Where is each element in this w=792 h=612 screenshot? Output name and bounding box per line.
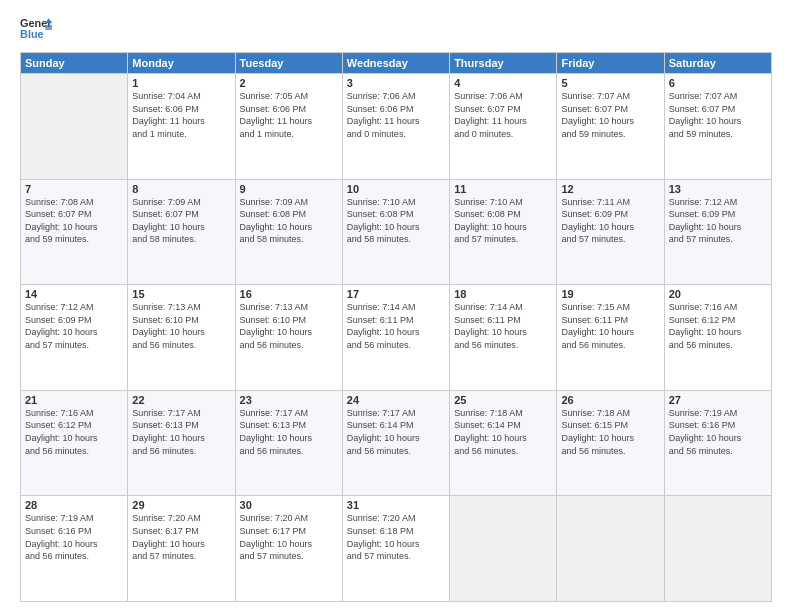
calendar-week-row: 1Sunrise: 7:04 AM Sunset: 6:06 PM Daylig… — [21, 74, 772, 180]
day-number: 7 — [25, 183, 123, 195]
svg-text:Blue: Blue — [20, 28, 44, 40]
day-number: 25 — [454, 394, 552, 406]
calendar-day-cell: 26Sunrise: 7:18 AM Sunset: 6:15 PM Dayli… — [557, 390, 664, 496]
calendar-day-cell: 30Sunrise: 7:20 AM Sunset: 6:17 PM Dayli… — [235, 496, 342, 602]
day-info: Sunrise: 7:13 AM Sunset: 6:10 PM Dayligh… — [132, 301, 230, 351]
calendar-day-cell: 12Sunrise: 7:11 AM Sunset: 6:09 PM Dayli… — [557, 179, 664, 285]
day-number: 30 — [240, 499, 338, 511]
calendar-day-cell: 13Sunrise: 7:12 AM Sunset: 6:09 PM Dayli… — [664, 179, 771, 285]
day-info: Sunrise: 7:20 AM Sunset: 6:18 PM Dayligh… — [347, 512, 445, 562]
day-of-week-header: Friday — [557, 53, 664, 74]
calendar-day-cell: 20Sunrise: 7:16 AM Sunset: 6:12 PM Dayli… — [664, 285, 771, 391]
day-number: 23 — [240, 394, 338, 406]
calendar-table: SundayMondayTuesdayWednesdayThursdayFrid… — [20, 52, 772, 602]
day-number: 1 — [132, 77, 230, 89]
day-of-week-header: Tuesday — [235, 53, 342, 74]
calendar-day-cell: 4Sunrise: 7:06 AM Sunset: 6:07 PM Daylig… — [450, 74, 557, 180]
day-info: Sunrise: 7:08 AM Sunset: 6:07 PM Dayligh… — [25, 196, 123, 246]
calendar-day-cell: 21Sunrise: 7:16 AM Sunset: 6:12 PM Dayli… — [21, 390, 128, 496]
day-info: Sunrise: 7:11 AM Sunset: 6:09 PM Dayligh… — [561, 196, 659, 246]
day-of-week-header: Sunday — [21, 53, 128, 74]
day-number: 13 — [669, 183, 767, 195]
day-info: Sunrise: 7:16 AM Sunset: 6:12 PM Dayligh… — [669, 301, 767, 351]
day-info: Sunrise: 7:12 AM Sunset: 6:09 PM Dayligh… — [25, 301, 123, 351]
calendar-day-cell: 23Sunrise: 7:17 AM Sunset: 6:13 PM Dayli… — [235, 390, 342, 496]
day-number: 4 — [454, 77, 552, 89]
day-number: 27 — [669, 394, 767, 406]
calendar-week-row: 14Sunrise: 7:12 AM Sunset: 6:09 PM Dayli… — [21, 285, 772, 391]
day-number: 26 — [561, 394, 659, 406]
calendar-day-cell: 25Sunrise: 7:18 AM Sunset: 6:14 PM Dayli… — [450, 390, 557, 496]
calendar-day-cell: 19Sunrise: 7:15 AM Sunset: 6:11 PM Dayli… — [557, 285, 664, 391]
day-of-week-header: Thursday — [450, 53, 557, 74]
calendar-day-cell: 7Sunrise: 7:08 AM Sunset: 6:07 PM Daylig… — [21, 179, 128, 285]
day-info: Sunrise: 7:17 AM Sunset: 6:14 PM Dayligh… — [347, 407, 445, 457]
day-of-week-header: Wednesday — [342, 53, 449, 74]
day-info: Sunrise: 7:07 AM Sunset: 6:07 PM Dayligh… — [561, 90, 659, 140]
calendar-day-cell: 22Sunrise: 7:17 AM Sunset: 6:13 PM Dayli… — [128, 390, 235, 496]
calendar-day-cell: 14Sunrise: 7:12 AM Sunset: 6:09 PM Dayli… — [21, 285, 128, 391]
day-info: Sunrise: 7:14 AM Sunset: 6:11 PM Dayligh… — [454, 301, 552, 351]
day-number: 20 — [669, 288, 767, 300]
calendar-day-cell: 28Sunrise: 7:19 AM Sunset: 6:16 PM Dayli… — [21, 496, 128, 602]
calendar-week-row: 28Sunrise: 7:19 AM Sunset: 6:16 PM Dayli… — [21, 496, 772, 602]
day-info: Sunrise: 7:16 AM Sunset: 6:12 PM Dayligh… — [25, 407, 123, 457]
day-info: Sunrise: 7:10 AM Sunset: 6:08 PM Dayligh… — [347, 196, 445, 246]
day-number: 24 — [347, 394, 445, 406]
calendar-day-cell: 29Sunrise: 7:20 AM Sunset: 6:17 PM Dayli… — [128, 496, 235, 602]
header: General Blue — [20, 16, 772, 44]
day-info: Sunrise: 7:18 AM Sunset: 6:14 PM Dayligh… — [454, 407, 552, 457]
calendar-day-cell: 6Sunrise: 7:07 AM Sunset: 6:07 PM Daylig… — [664, 74, 771, 180]
day-info: Sunrise: 7:10 AM Sunset: 6:08 PM Dayligh… — [454, 196, 552, 246]
day-number: 17 — [347, 288, 445, 300]
calendar-day-cell: 24Sunrise: 7:17 AM Sunset: 6:14 PM Dayli… — [342, 390, 449, 496]
calendar-page: General Blue SundayMondayTuesdayWednesda… — [0, 0, 792, 612]
day-number: 16 — [240, 288, 338, 300]
day-number: 6 — [669, 77, 767, 89]
calendar-header-row: SundayMondayTuesdayWednesdayThursdayFrid… — [21, 53, 772, 74]
calendar-day-cell: 16Sunrise: 7:13 AM Sunset: 6:10 PM Dayli… — [235, 285, 342, 391]
calendar-day-cell: 31Sunrise: 7:20 AM Sunset: 6:18 PM Dayli… — [342, 496, 449, 602]
calendar-day-cell: 1Sunrise: 7:04 AM Sunset: 6:06 PM Daylig… — [128, 74, 235, 180]
day-info: Sunrise: 7:13 AM Sunset: 6:10 PM Dayligh… — [240, 301, 338, 351]
day-number: 10 — [347, 183, 445, 195]
day-number: 5 — [561, 77, 659, 89]
calendar-day-cell: 11Sunrise: 7:10 AM Sunset: 6:08 PM Dayli… — [450, 179, 557, 285]
calendar-day-cell — [450, 496, 557, 602]
day-info: Sunrise: 7:18 AM Sunset: 6:15 PM Dayligh… — [561, 407, 659, 457]
day-number: 9 — [240, 183, 338, 195]
day-info: Sunrise: 7:06 AM Sunset: 6:06 PM Dayligh… — [347, 90, 445, 140]
day-number: 11 — [454, 183, 552, 195]
calendar-week-row: 21Sunrise: 7:16 AM Sunset: 6:12 PM Dayli… — [21, 390, 772, 496]
day-number: 15 — [132, 288, 230, 300]
calendar-day-cell: 15Sunrise: 7:13 AM Sunset: 6:10 PM Dayli… — [128, 285, 235, 391]
day-info: Sunrise: 7:14 AM Sunset: 6:11 PM Dayligh… — [347, 301, 445, 351]
day-info: Sunrise: 7:17 AM Sunset: 6:13 PM Dayligh… — [240, 407, 338, 457]
day-info: Sunrise: 7:20 AM Sunset: 6:17 PM Dayligh… — [132, 512, 230, 562]
day-info: Sunrise: 7:04 AM Sunset: 6:06 PM Dayligh… — [132, 90, 230, 140]
day-number: 22 — [132, 394, 230, 406]
calendar-day-cell: 3Sunrise: 7:06 AM Sunset: 6:06 PM Daylig… — [342, 74, 449, 180]
day-number: 2 — [240, 77, 338, 89]
calendar-day-cell: 17Sunrise: 7:14 AM Sunset: 6:11 PM Dayli… — [342, 285, 449, 391]
day-number: 12 — [561, 183, 659, 195]
day-info: Sunrise: 7:15 AM Sunset: 6:11 PM Dayligh… — [561, 301, 659, 351]
calendar-day-cell: 5Sunrise: 7:07 AM Sunset: 6:07 PM Daylig… — [557, 74, 664, 180]
svg-marker-3 — [45, 25, 52, 30]
calendar-day-cell: 9Sunrise: 7:09 AM Sunset: 6:08 PM Daylig… — [235, 179, 342, 285]
day-info: Sunrise: 7:09 AM Sunset: 6:07 PM Dayligh… — [132, 196, 230, 246]
calendar-day-cell — [557, 496, 664, 602]
day-info: Sunrise: 7:19 AM Sunset: 6:16 PM Dayligh… — [669, 407, 767, 457]
day-number: 28 — [25, 499, 123, 511]
day-number: 18 — [454, 288, 552, 300]
calendar-day-cell: 18Sunrise: 7:14 AM Sunset: 6:11 PM Dayli… — [450, 285, 557, 391]
calendar-day-cell — [21, 74, 128, 180]
day-number: 19 — [561, 288, 659, 300]
calendar-day-cell: 8Sunrise: 7:09 AM Sunset: 6:07 PM Daylig… — [128, 179, 235, 285]
day-number: 31 — [347, 499, 445, 511]
day-number: 21 — [25, 394, 123, 406]
day-info: Sunrise: 7:09 AM Sunset: 6:08 PM Dayligh… — [240, 196, 338, 246]
calendar-day-cell — [664, 496, 771, 602]
day-info: Sunrise: 7:12 AM Sunset: 6:09 PM Dayligh… — [669, 196, 767, 246]
calendar-day-cell: 10Sunrise: 7:10 AM Sunset: 6:08 PM Dayli… — [342, 179, 449, 285]
